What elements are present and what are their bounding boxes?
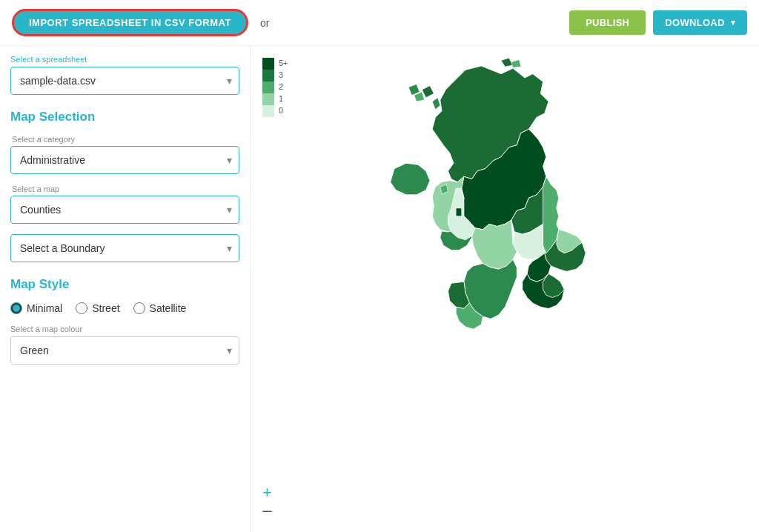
map-label: Select a map xyxy=(10,184,239,193)
map-legend: 5+ 3 2 1 0 xyxy=(262,58,288,117)
category-group: Select a category Administrative Elector… xyxy=(10,135,239,174)
left-panel: Select a spreadsheet sample-data.csv dat… xyxy=(0,46,251,532)
style-satellite-radio[interactable] xyxy=(133,302,145,314)
colour-select[interactable]: Green Blue Red Purple Orange xyxy=(10,336,239,365)
map-selection-section: Map Selection Select a category Administ… xyxy=(10,110,239,262)
uk-map-svg[interactable] xyxy=(347,54,663,528)
colour-group: Select a map colour Green Blue Red Purpl… xyxy=(10,325,239,365)
legend-color-5 xyxy=(262,58,274,70)
publish-button[interactable]: PUBLISH xyxy=(569,10,646,35)
legend-item-0: 0 xyxy=(262,105,288,117)
zoom-in-button[interactable]: + xyxy=(262,485,272,501)
legend-color-3 xyxy=(262,70,274,82)
style-satellite-text: Satellite xyxy=(150,302,187,314)
zoom-out-button[interactable]: – xyxy=(262,502,272,519)
or-label: or xyxy=(260,17,269,29)
spreadsheet-section: Select a spreadsheet sample-data.csv dat… xyxy=(10,55,239,95)
style-street-radio[interactable] xyxy=(76,302,87,314)
map-style-section: Map Style Minimal Street Satellite Selec… xyxy=(10,277,239,365)
header-left: IMPORT SPREADSHEET IN CSV FORMAT or xyxy=(12,9,269,36)
style-minimal-label[interactable]: Minimal xyxy=(10,302,62,314)
boundary-select-wrapper: Select a Boundary ▾ xyxy=(10,234,239,262)
download-label: DOWNLOAD xyxy=(665,17,724,28)
category-label: Select a category xyxy=(10,135,239,144)
download-button[interactable]: DOWNLOAD ▾ xyxy=(653,10,747,35)
spreadsheet-label: Select a spreadsheet xyxy=(10,55,239,64)
style-satellite-label[interactable]: Satellite xyxy=(133,302,187,314)
header: IMPORT SPREADSHEET IN CSV FORMAT or PUBL… xyxy=(0,0,759,46)
style-minimal-radio[interactable] xyxy=(10,302,22,314)
map-group: Select a map Counties Regions Districts … xyxy=(10,184,239,224)
spreadsheet-select-wrapper: sample-data.csv data2.csv data3.csv ▾ xyxy=(10,67,239,95)
style-minimal-text: Minimal xyxy=(27,302,62,314)
category-select-wrapper: Administrative Electoral Postal ▾ xyxy=(10,146,239,174)
map-select[interactable]: Counties Regions Districts xyxy=(10,196,239,224)
legend-item-2: 2 xyxy=(262,82,288,93)
map-selection-title: Map Selection xyxy=(10,110,239,124)
legend-label-0: 0 xyxy=(279,105,283,116)
boundary-select[interactable]: Select a Boundary xyxy=(10,234,239,262)
download-arrow-icon: ▾ xyxy=(731,18,735,27)
main-layout: Select a spreadsheet sample-data.csv dat… xyxy=(0,46,759,532)
legend-item-5: 5+ xyxy=(262,58,288,70)
category-select[interactable]: Administrative Electoral Postal xyxy=(10,146,239,174)
legend-label-1: 1 xyxy=(279,93,283,104)
spreadsheet-select[interactable]: sample-data.csv data2.csv data3.csv xyxy=(10,67,239,95)
right-panel: 5+ 3 2 1 0 xyxy=(251,46,759,532)
style-street-text: Street xyxy=(92,302,119,314)
colour-select-wrapper: Green Blue Red Purple Orange ▾ xyxy=(10,336,239,365)
import-csv-button[interactable]: IMPORT SPREADSHEET IN CSV FORMAT xyxy=(12,9,248,36)
map-style-title: Map Style xyxy=(10,277,239,292)
zoom-controls: + – xyxy=(262,485,272,519)
legend-label-2: 2 xyxy=(279,82,283,93)
style-radio-group: Minimal Street Satellite xyxy=(10,302,239,314)
legend-label-5: 5+ xyxy=(279,58,288,69)
legend-item-1: 1 xyxy=(262,93,288,105)
colour-label: Select a map colour xyxy=(10,325,239,333)
map-container[interactable] xyxy=(251,46,759,532)
boundary-group: Select a Boundary ▾ xyxy=(10,234,239,262)
style-street-label[interactable]: Street xyxy=(76,302,119,314)
header-right: PUBLISH DOWNLOAD ▾ xyxy=(569,10,747,35)
legend-label-3: 3 xyxy=(279,70,283,81)
legend-color-2 xyxy=(262,82,274,93)
map-select-wrapper: Counties Regions Districts ▾ xyxy=(10,196,239,224)
legend-item-3: 3 xyxy=(262,70,288,82)
legend-color-1 xyxy=(262,93,274,105)
legend-color-0 xyxy=(262,105,274,117)
